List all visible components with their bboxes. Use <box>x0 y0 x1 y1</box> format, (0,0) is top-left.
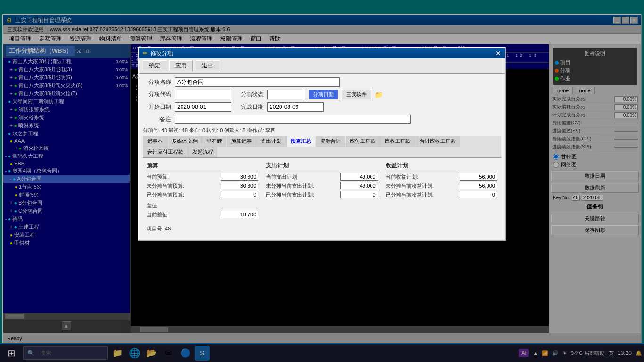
budget-val-2: 0 <box>221 191 258 198</box>
inc-row-0: 当前收益计划: 56,000 <box>386 173 497 181</box>
remark-input[interactable] <box>175 115 411 124</box>
exit-btn[interactable]: 退出 <box>196 60 219 71</box>
tab-receivable[interactable]: 应收工程款 <box>380 136 415 147</box>
exp-lbl-2: 已分摊当前支出计划: <box>266 191 340 198</box>
form-row-remark: 备注 <box>143 115 501 124</box>
start-date-input[interactable] <box>175 102 231 112</box>
budget-row-0: 当前预算: 30,300 <box>147 173 258 181</box>
tab-media[interactable]: 多媒体文档 <box>167 136 202 147</box>
diff-row: 差值 <box>147 202 258 209</box>
modal-title-bar: ✏ 修改分项 ✕ <box>139 48 505 58</box>
inc-row-1: 未分摊当前收益计划: 56,000 <box>386 182 497 189</box>
tab-payable[interactable]: 应付工程款 <box>346 136 380 147</box>
inc-val-1: 56,000 <box>460 182 497 189</box>
tab-workflow[interactable]: 发起流程 <box>188 147 217 157</box>
diff-value: -18,700 <box>221 211 258 218</box>
form-row-dates: 开始日期 完成日期 <box>143 102 501 112</box>
budget-val-0: 30,300 <box>221 173 258 181</box>
exp-lbl-1: 未分摊当前支出计划: <box>266 182 340 189</box>
modal-dialog: ✏ 修改分项 ✕ 确定 应用 退出 分项名称 分项代码 分项状态 <box>138 47 506 241</box>
project-date-btn[interactable]: 分项日期 <box>309 90 338 99</box>
exp-val-0: 49,000 <box>340 173 378 181</box>
income-section: 收益计划 当前收益计划: 56,000 未分摊当前收益计划: 56,000 已分… <box>386 162 497 220</box>
budget-lbl-0: 当前预算: <box>147 173 221 181</box>
budget-val-1: 30,300 <box>221 182 258 189</box>
inc-lbl-0: 当前收益计划: <box>386 173 460 181</box>
tab-total-receivable[interactable]: 合计应收工程款 <box>415 136 460 147</box>
inc-val-0: 56,000 <box>460 173 497 181</box>
tab-total-payable[interactable]: 合计应付工程款 <box>143 147 188 157</box>
exp-row-2: 已分摊当前支出计划: 0 <box>266 191 378 198</box>
diff-val-row: 当前差值: -18,700 <box>147 211 258 218</box>
tab-milestone[interactable]: 里程碑 <box>202 136 226 147</box>
apply-btn[interactable]: 应用 <box>169 60 193 71</box>
name-input[interactable] <box>175 77 340 87</box>
remark-label: 备注 <box>143 115 171 123</box>
budget-grid: 预算 当前预算: 30,300 未分摊当前预算: 30,300 已分摊当前预算:… <box>147 162 497 220</box>
form-info-row: 分项号: 48 最初: 48 来自: 0 转到: 0 创建人: 5 操作员: 李… <box>143 127 501 134</box>
expenditure-title: 支出计划 <box>266 162 378 171</box>
modal-overlay: ✏ 修改分项 ✕ 确定 应用 退出 分项名称 分项代码 分项状态 <box>0 0 644 362</box>
budget-section: 预算 当前预算: 30,300 未分摊当前预算: 30,300 已分摊当前预算:… <box>147 162 258 220</box>
budget-content: 预算 当前预算: 30,300 未分摊当前预算: 30,300 已分摊当前预算:… <box>143 158 501 236</box>
form-row-code: 分项代码 分项状态 分项日期 三实软件 📁 <box>143 90 501 99</box>
start-label: 开始日期 <box>143 103 171 111</box>
budget-lbl-1: 未分摊当前预算: <box>147 182 221 189</box>
software-btn[interactable]: 三实软件 <box>342 90 371 99</box>
tab-bar: 记事本 多媒体文档 里程碑 预算记事 支出计划 预算汇总 资源合计 应付工程款 … <box>143 136 501 158</box>
exp-val-1: 49,000 <box>340 182 378 189</box>
expenditure-section: 支出计划 当前支出计划 49,000 未分摊当前支出计划: 49,000 已分摊… <box>266 162 378 220</box>
inc-lbl-1: 未分摊当前收益计划: <box>386 182 460 189</box>
code-input[interactable] <box>175 90 231 99</box>
inc-row-2: 已分摊当前收益计划: 0 <box>386 191 497 198</box>
project-num: 项目号: 48 <box>147 225 497 232</box>
name-label: 分项名称 <box>143 78 171 86</box>
confirm-btn[interactable]: 确定 <box>143 60 166 71</box>
tab-resource[interactable]: 资源合计 <box>316 136 345 147</box>
tab-expenditure-plan[interactable]: 支出计划 <box>256 136 286 147</box>
modal-title: 修改分项 <box>150 49 173 58</box>
form-info: 分项号: 48 最初: 48 来自: 0 转到: 0 创建人: 5 操作员: 李… <box>143 127 276 134</box>
browse-icon[interactable]: 📁 <box>375 91 383 99</box>
income-title: 收益计划 <box>386 162 497 171</box>
status-input[interactable] <box>267 90 305 99</box>
tab-budget-summary[interactable]: 预算汇总 <box>286 136 315 147</box>
exp-lbl-0: 当前支出计划 <box>266 173 340 181</box>
status-label: 分项状态 <box>235 90 264 99</box>
exp-val-2: 0 <box>340 191 378 198</box>
budget-lbl-2: 已分摊当前预算: <box>147 191 221 198</box>
modal-icon: ✏ <box>143 50 148 57</box>
tab-notes[interactable]: 记事本 <box>143 136 167 147</box>
inc-val-2: 0 <box>460 191 497 198</box>
tab-budget-notes[interactable]: 预算记事 <box>227 136 256 147</box>
diff-lbl: 差值 <box>147 202 258 209</box>
code-label: 分项代码 <box>143 90 171 99</box>
exp-row-1: 未分摊当前支出计划: 49,000 <box>266 182 378 189</box>
modal-body: 分项名称 分项代码 分项状态 分项日期 三实软件 📁 开始日期 完成日期 <box>139 74 505 240</box>
modal-title-container: ✏ 修改分项 <box>143 49 173 58</box>
modal-toolbar: 确定 应用 退出 <box>139 58 505 74</box>
budget-row-1: 未分摊当前预算: 30,300 <box>147 182 258 189</box>
inc-lbl-2: 已分摊当前收益计划: <box>386 191 460 198</box>
form-row-name: 分项名称 <box>143 77 501 87</box>
end-label: 完成日期 <box>235 103 264 111</box>
budget-title: 预算 <box>147 162 258 171</box>
modal-close-btn[interactable]: ✕ <box>495 49 501 57</box>
budget-row-2: 已分摊当前预算: 0 <box>147 191 258 198</box>
diff-label: 当前差值: <box>147 211 221 218</box>
end-date-input[interactable] <box>267 102 324 112</box>
exp-row-0: 当前支出计划 49,000 <box>266 173 378 181</box>
